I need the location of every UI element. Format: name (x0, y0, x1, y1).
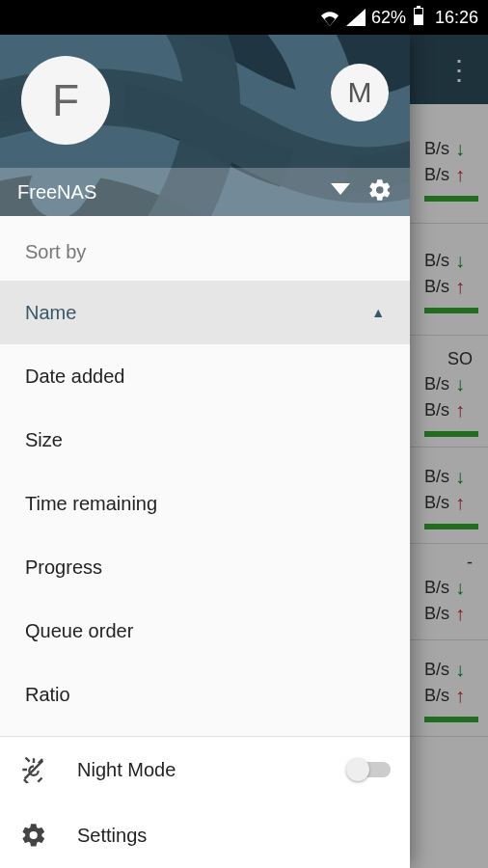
clock: 16:26 (435, 8, 478, 28)
sort-item-ratio[interactable]: Ratio (0, 663, 410, 726)
server-name: FreeNAS (17, 181, 331, 203)
night-mode-label: Night Mode (77, 759, 176, 781)
svg-rect-3 (415, 9, 422, 14)
avatar-primary-letter: F (52, 74, 79, 126)
sort-item-label: Progress (25, 556, 102, 579)
server-selector-row[interactable]: FreeNAS (0, 168, 410, 216)
sort-item-size[interactable]: Size (0, 408, 410, 472)
sort-item-label: Queue order (25, 620, 133, 642)
sort-item-name[interactable]: Name▲ (0, 281, 410, 344)
avatar-primary[interactable]: F (21, 56, 110, 145)
sort-item-label: Name (25, 302, 76, 324)
sort-item-queue-order[interactable]: Queue order (0, 599, 410, 663)
sort-section-title: Sort by (0, 216, 410, 281)
avatar-secondary[interactable]: M (331, 64, 389, 122)
settings-gear-icon (19, 822, 48, 849)
sort-item-time-remaining[interactable]: Time remaining (0, 472, 410, 535)
sort-item-label: Size (25, 429, 63, 451)
night-mode-icon (19, 756, 48, 783)
battery-percent: 62% (371, 8, 406, 28)
status-bar: 62% 16:26 (0, 0, 488, 35)
wifi-icon (319, 9, 340, 26)
settings-label: Settings (77, 825, 147, 847)
drawer-footer: Night Mode Settings (0, 736, 410, 868)
sort-item-label: Date added (25, 366, 124, 388)
drawer-header: F M FreeNAS (0, 35, 410, 216)
gear-icon[interactable] (367, 177, 393, 206)
sort-ascending-icon: ▲ (371, 305, 385, 320)
nav-drawer: F M FreeNAS Sort by Name▲Date addedSizeT… (0, 35, 410, 868)
drawer-scroll[interactable]: Sort by Name▲Date addedSizeTime remainin… (0, 216, 410, 736)
sort-item-date-added[interactable]: Date added (0, 344, 410, 408)
settings-row[interactable]: Settings (0, 802, 410, 868)
svg-rect-1 (417, 6, 420, 8)
signal-icon (346, 9, 366, 26)
sort-item-label: Time remaining (25, 493, 157, 515)
svg-rect-2 (415, 15, 422, 24)
night-mode-row[interactable]: Night Mode (0, 737, 410, 802)
avatar-secondary-letter: M (348, 76, 372, 109)
night-mode-toggle[interactable] (348, 762, 391, 777)
battery-icon (412, 6, 425, 30)
sort-item-progress[interactable]: Progress (0, 535, 410, 599)
chevron-down-icon[interactable] (331, 183, 350, 201)
sort-item-label: Ratio (25, 684, 70, 706)
